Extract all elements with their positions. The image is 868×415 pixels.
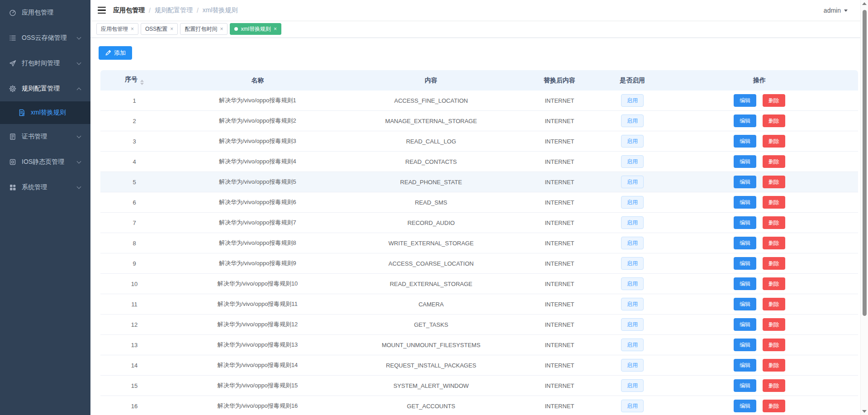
enable-button[interactable]: 启用	[621, 359, 644, 372]
enable-button[interactable]: 启用	[621, 216, 644, 229]
edit-button[interactable]: 编辑	[734, 237, 756, 249]
edit-button[interactable]: 编辑	[734, 94, 756, 107]
enable-button[interactable]: 启用	[621, 196, 644, 209]
cell-index: 16	[100, 396, 168, 415]
delete-button[interactable]: 删除	[763, 176, 785, 188]
tab-oss-config[interactable]: OSS配置 ×	[141, 23, 178, 35]
sidebar-item-system[interactable]: 系统管理	[0, 175, 90, 200]
cell-replacement: INTERNET	[515, 355, 604, 376]
user-menu[interactable]: admin	[824, 7, 848, 14]
delete-button[interactable]: 删除	[763, 155, 785, 168]
enable-button[interactable]: 启用	[621, 176, 644, 188]
edit-button[interactable]: 编辑	[734, 155, 756, 168]
cell-name: 解决华为/vivo/oppo报毒规则16	[168, 396, 347, 415]
sidebar-item-ios-static[interactable]: IOS静态页管理	[0, 149, 90, 175]
delete-button[interactable]: 删除	[763, 298, 785, 310]
delete-button[interactable]: 删除	[763, 114, 785, 127]
scroll-up-icon[interactable]	[862, 2, 867, 5]
cell-name: 解决华为/vivo/oppo报毒规则8	[168, 233, 347, 253]
cell-name: 解决华为/vivo/oppo报毒规则1	[168, 91, 347, 111]
table-header-row: 序号 名称 内容 替换后内容 是否启用 操作	[100, 70, 858, 91]
breadcrumb-separator: /	[149, 7, 151, 14]
tab-app-package[interactable]: 应用包管理 ×	[96, 23, 138, 35]
delete-button[interactable]: 删除	[763, 257, 785, 270]
cell-index: 14	[100, 355, 168, 376]
cell-name: 解决华为/vivo/oppo报毒规则5	[168, 172, 347, 192]
sidebar-item-certificate[interactable]: 证书管理	[0, 124, 90, 149]
edit-button[interactable]: 编辑	[734, 216, 756, 229]
close-icon[interactable]: ×	[220, 26, 223, 32]
cell-index: 8	[100, 233, 168, 253]
enable-button[interactable]: 启用	[621, 400, 644, 412]
cell-index: 3	[100, 131, 168, 152]
grid-icon	[9, 184, 16, 191]
breadcrumb-item[interactable]: 应用包管理	[113, 6, 145, 14]
edit-button[interactable]: 编辑	[734, 135, 756, 148]
delete-button[interactable]: 删除	[763, 277, 785, 290]
enable-button[interactable]: 启用	[621, 135, 644, 148]
table-row: 10 解决华为/vivo/oppo报毒规则10 READ_EXTERNAL_ST…	[100, 274, 858, 294]
enable-button[interactable]: 启用	[621, 339, 644, 351]
edit-button[interactable]: 编辑	[734, 400, 756, 412]
enable-button[interactable]: 启用	[621, 114, 644, 127]
sidebar-item-label: 应用包管理	[22, 9, 53, 17]
edit-button[interactable]: 编辑	[734, 339, 756, 351]
scroll-down-icon[interactable]	[862, 410, 867, 413]
delete-button[interactable]: 删除	[763, 400, 785, 412]
edit-button[interactable]: 编辑	[734, 257, 756, 270]
delete-button[interactable]: 删除	[763, 379, 785, 392]
edit-button[interactable]: 编辑	[734, 379, 756, 392]
delete-button[interactable]: 删除	[763, 339, 785, 351]
enable-button[interactable]: 启用	[621, 257, 644, 270]
tab-xml-rule[interactable]: xml替换规则 ×	[230, 23, 281, 35]
enable-button[interactable]: 启用	[621, 94, 644, 107]
edit-button[interactable]: 编辑	[734, 196, 756, 209]
enable-button[interactable]: 启用	[621, 155, 644, 168]
edit-button[interactable]: 编辑	[734, 359, 756, 372]
close-icon[interactable]: ×	[131, 26, 134, 32]
close-icon[interactable]: ×	[274, 26, 277, 32]
close-icon[interactable]: ×	[170, 26, 173, 32]
sidebar-item-oss-storage[interactable]: OSS云存储管理	[0, 25, 90, 51]
enable-button[interactable]: 启用	[621, 379, 644, 392]
delete-button[interactable]: 删除	[763, 237, 785, 249]
send-icon	[9, 60, 16, 67]
scrollbar[interactable]	[860, 0, 868, 415]
edit-button[interactable]: 编辑	[734, 277, 756, 290]
sidebar-item-xml-rule[interactable]: xml替换规则	[0, 101, 90, 124]
sidebar-item-app-package[interactable]: 应用包管理	[0, 0, 90, 25]
enable-button[interactable]: 启用	[621, 298, 644, 310]
add-button[interactable]: 添加	[99, 46, 132, 60]
cell-content: GET_ACCOUNTS	[347, 396, 515, 415]
sidebar-item-rule-config[interactable]: 规则配置管理	[0, 76, 90, 101]
scrollbar-thumb[interactable]	[863, 10, 867, 316]
delete-button[interactable]: 删除	[763, 318, 785, 331]
cell-index: 15	[100, 376, 168, 396]
cell-content: MOUNT_UNMOUNT_FILESYSTEMS	[347, 335, 515, 355]
tab-package-time[interactable]: 配置打包时间 ×	[180, 23, 228, 35]
enable-button[interactable]: 启用	[621, 318, 644, 331]
edit-button[interactable]: 编辑	[734, 176, 756, 188]
app-root: 应用包管理 OSS云存储管理 打包时间管理 规则配置管理	[0, 0, 868, 415]
delete-button[interactable]: 删除	[763, 216, 785, 229]
edit-button[interactable]: 编辑	[734, 298, 756, 310]
delete-button[interactable]: 删除	[763, 135, 785, 148]
cell-name: 解决华为/vivo/oppo报毒规则15	[168, 376, 347, 396]
cell-index: 13	[100, 335, 168, 355]
table-row: 9 解决华为/vivo/oppo报毒规则9 ACCESS_COARSE_LOCA…	[100, 253, 858, 274]
cell-index: 11	[100, 294, 168, 315]
delete-button[interactable]: 删除	[763, 359, 785, 372]
hamburger-icon[interactable]	[90, 0, 113, 20]
sidebar-item-label: 系统管理	[22, 183, 47, 191]
enable-button[interactable]: 启用	[621, 237, 644, 249]
sidebar-item-package-time[interactable]: 打包时间管理	[0, 51, 90, 76]
column-header-index[interactable]: 序号	[100, 70, 168, 91]
sort-icon[interactable]	[140, 80, 144, 85]
enable-button[interactable]: 启用	[621, 277, 644, 290]
edit-button[interactable]: 编辑	[734, 318, 756, 331]
sidebar-item-label: xml替换规则	[31, 109, 66, 117]
delete-button[interactable]: 删除	[763, 196, 785, 209]
edit-button[interactable]: 编辑	[734, 114, 756, 127]
delete-button[interactable]: 删除	[763, 94, 785, 107]
username: admin	[824, 7, 841, 14]
